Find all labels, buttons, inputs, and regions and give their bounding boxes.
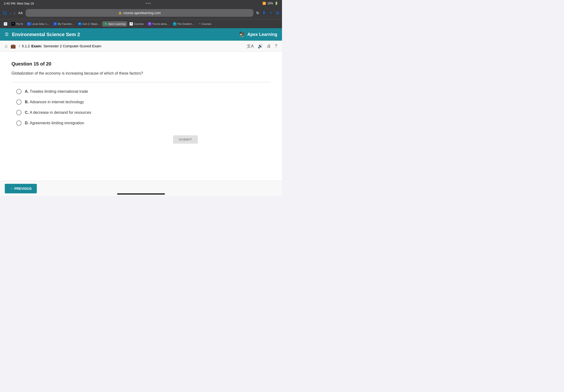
exam-breadcrumb: ↑ 5.1.2 Exam: Semester 2 Computer-Scored… — [19, 44, 101, 48]
tab-label-youve: You've alrea... — [152, 22, 169, 25]
tab-favicon-filo: F — [173, 22, 176, 26]
back-button[interactable]: ‹ — [10, 10, 12, 16]
bottom-bar: ← PREVIOUS — [0, 181, 282, 196]
browser-actions: ⬆ + ⧉ — [262, 10, 279, 15]
option-text-d: Agreements limiting immigration — [30, 121, 84, 125]
url-text: course.apexlearning.com — [123, 11, 161, 15]
option-letter-c: C. — [25, 111, 30, 114]
course-title: Environmental Science Sem 2 — [12, 32, 80, 37]
dot3 — [150, 3, 151, 4]
tab-favicon-google: G — [4, 22, 7, 26]
tab-ziprecruiter[interactable]: Z My Favorite... — [52, 21, 76, 27]
tab-favicon-nbc: N — [12, 22, 15, 26]
address-bar[interactable]: 🔒 course.apexlearning.com — [26, 9, 253, 17]
browser-chrome: ⊡ ‹ › AA 🔒 course.apexlearning.com ↻ ⬆ +… — [0, 7, 282, 19]
tab-youve[interactable]: ☰ You've alrea... — [146, 21, 171, 27]
translate-icon[interactable]: 文A — [247, 43, 254, 49]
option-text-c: A decrease in demand for resources — [30, 111, 91, 114]
breadcrumb-number: 5.1.2 — [22, 44, 30, 48]
tab-favicon-apex: A — [104, 22, 107, 26]
forward-button[interactable]: › — [14, 10, 15, 16]
exam-title: Semester 2 Computer-Scored Exam — [43, 44, 101, 48]
option-letter-d: D. — [25, 121, 30, 125]
app-header: ☰ Environmental Science Sem 2 🦅 Apex Lea… — [0, 28, 282, 41]
main-content-area: Question 15 of 20 Globalization of the e… — [0, 52, 282, 181]
new-tab-icon[interactable]: + — [270, 11, 272, 15]
status-left: 2:40 PM Wed Sep 18 — [4, 2, 34, 5]
option-label-c: C. A decrease in demand for resources — [25, 111, 91, 115]
print-icon[interactable]: 🖨 — [267, 43, 271, 49]
exam-header-right: 文A 🔊 🖨 ? — [247, 43, 277, 49]
tab-courses-1[interactable]: A Courses — [128, 21, 146, 27]
option-label-a: A. Treaties limiting international trade — [25, 89, 88, 94]
previous-button[interactable]: ← PREVIOUS — [5, 184, 37, 193]
status-date: Wed Sep 18 — [17, 2, 34, 5]
help-icon[interactable]: ? — [275, 43, 277, 49]
tab-apex-learning[interactable]: A Apex Learning — [102, 21, 127, 27]
tab-bi[interactable]: BI Gen Z: Major... — [76, 21, 102, 27]
apex-logo-text: Apex Learning — [247, 32, 277, 37]
lock-icon: 🔒 — [118, 11, 122, 14]
option-label-b: B. Advances in internet technology — [25, 100, 84, 104]
tab-google[interactable]: G — [2, 21, 9, 27]
reload-button[interactable]: ↻ — [256, 11, 259, 15]
option-letter-a: A. — [25, 89, 30, 94]
apex-logo-icon: 🦅 — [239, 31, 246, 38]
wifi-icon: 📶 — [262, 2, 266, 5]
exam-label: Exam: — [31, 44, 42, 48]
tab-label-bi: Gen Z: Major... — [83, 22, 100, 25]
answer-option-a[interactable]: A. Treaties limiting international trade — [16, 89, 271, 94]
tab-label-zr: My Favorite... — [58, 22, 74, 25]
radio-a[interactable] — [16, 89, 22, 94]
tab-close-icon[interactable]: ✕ — [199, 22, 201, 25]
status-bar: 2:40 PM Wed Sep 18 📶 16% 🔋 — [0, 0, 282, 7]
tab-favicon-zr: Z — [54, 22, 57, 26]
radio-d[interactable] — [16, 120, 22, 126]
tabs-icon[interactable]: ⧉ — [276, 11, 279, 15]
battery-level: 16% — [267, 2, 273, 5]
dot1 — [146, 3, 147, 4]
answer-option-d[interactable]: D. Agreements limiting immigration — [16, 120, 271, 126]
app-header-left: ☰ Environmental Science Sem 2 — [5, 32, 80, 37]
question-number: Question 15 of 20 — [12, 61, 271, 67]
option-text-b: Advances in internet technology — [30, 100, 84, 104]
question-text: Globalization of the economy is increasi… — [12, 70, 174, 76]
tab-indeed[interactable]: ≈ Local Jobs: 1... — [25, 21, 51, 27]
tab-nbc[interactable]: N The N — [10, 21, 25, 27]
tab-label-courses2: Courses — [201, 22, 211, 25]
home-icon[interactable]: ⌂ — [5, 43, 8, 49]
status-center — [146, 3, 151, 4]
breadcrumb-arrow: ↑ — [19, 44, 21, 48]
hamburger-menu-icon[interactable]: ☰ — [5, 32, 9, 37]
exam-header: ⌂ 💼 ↑ 5.1.2 Exam: Semester 2 Computer-Sc… — [0, 41, 282, 52]
audio-icon[interactable]: 🔊 — [258, 43, 263, 49]
sidebar-icon[interactable]: ⊡ — [3, 10, 7, 16]
briefcase-icon[interactable]: 💼 — [11, 43, 16, 49]
radio-b[interactable] — [16, 99, 22, 105]
answer-option-b[interactable]: B. Advances in internet technology — [16, 99, 271, 105]
option-letter-b: B. — [25, 100, 30, 104]
radio-c[interactable] — [16, 110, 22, 115]
dot2 — [148, 3, 149, 4]
tab-favicon-youve: ☰ — [148, 22, 151, 26]
tab-label-indeed: Local Jobs: 1... — [31, 22, 49, 25]
submit-button[interactable]: SUBMIT — [173, 135, 198, 144]
status-time: 2:40 PM — [4, 2, 15, 5]
home-indicator — [117, 193, 165, 195]
tab-favicon-courses1: A — [130, 22, 133, 26]
answer-options: A. Treaties limiting international trade… — [16, 89, 271, 126]
tabs-bar: G N The N ≈ Local Jobs: 1... Z My Favori… — [0, 19, 282, 28]
divider — [12, 82, 271, 82]
apex-logo: 🦅 Apex Learning — [239, 31, 277, 38]
tab-favicon-bi: BI — [78, 22, 82, 26]
answer-option-c[interactable]: C. A decrease in demand for resources — [16, 110, 271, 115]
exam-header-left: ⌂ 💼 ↑ 5.1.2 Exam: Semester 2 Computer-Sc… — [5, 43, 101, 49]
aa-text[interactable]: AA — [18, 11, 23, 15]
tab-filo[interactable]: F Filo Student:... — [171, 21, 196, 27]
tab-courses-2[interactable]: ✕ Courses — [197, 22, 213, 26]
submit-area: SUBMIT — [12, 135, 198, 144]
tab-label-nbc: The N — [16, 22, 23, 25]
battery-icon: 🔋 — [275, 2, 278, 5]
status-right: 📶 16% 🔋 — [262, 2, 278, 5]
share-icon[interactable]: ⬆ — [262, 10, 266, 15]
